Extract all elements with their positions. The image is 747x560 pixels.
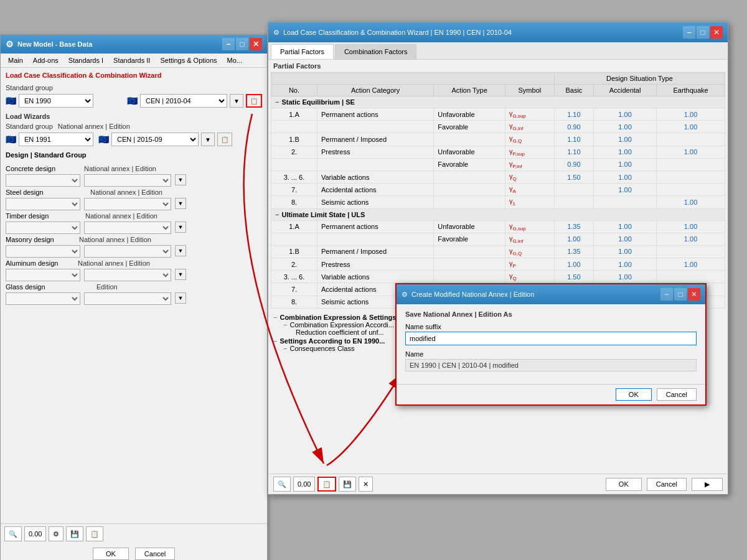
cell-no: 2. <box>271 258 317 271</box>
bottom-delete-btn[interactable]: ✕ <box>359 477 373 492</box>
timber-design-select[interactable] <box>6 222 80 234</box>
bg-save-btn[interactable]: 💾 <box>66 526 83 541</box>
masonry-label: Masonry design <box>6 236 68 243</box>
cell-no <box>271 121 317 133</box>
masonry-design-select[interactable] <box>6 245 80 258</box>
main-close-btn[interactable]: ✕ <box>710 26 723 39</box>
bg-maximize-btn[interactable]: □ <box>236 38 248 50</box>
bg-ok-btn[interactable]: OK <box>93 548 129 560</box>
copy-btn-2[interactable]: 📋 <box>217 133 232 146</box>
timber-national-select[interactable] <box>84 222 171 234</box>
design-rows-container: Concrete design National annex | Edition… <box>1 165 267 307</box>
th-no: No. <box>271 85 317 96</box>
design-section-row: Design | Standard Group <box>6 151 262 159</box>
main-arrow-btn[interactable]: ▶ <box>692 478 723 491</box>
cell-no: 3. ... 6. <box>271 170 317 183</box>
cell-type <box>434 196 505 208</box>
bg-gear-btn[interactable]: ⚙ <box>49 526 63 541</box>
standard-group-1-select[interactable]: EN 1990 <box>19 94 93 108</box>
national-annex-1-select[interactable]: CEN | 2010-04 <box>140 94 227 108</box>
bg-copy2-btn[interactable]: 📋 <box>86 526 103 541</box>
main-dialog-titlebar: ⚙ Load Case Classification & Combination… <box>268 22 728 42</box>
name-suffix-input[interactable] <box>405 332 697 345</box>
aluminum-filter-btn[interactable]: ▼ <box>175 269 186 280</box>
cell-type <box>434 258 505 271</box>
menu-standards2[interactable]: Standards II <box>108 55 155 66</box>
menu-standards1[interactable]: Standards I <box>63 55 108 66</box>
cell-accidental: 1.00 <box>594 121 657 133</box>
main-cancel-btn[interactable]: Cancel <box>647 478 687 491</box>
table-row: Favorable γG,inf 1.00 1.00 1.00 <box>271 233 725 245</box>
cell-accidental: 1.00 <box>594 233 657 245</box>
glass-design-select[interactable] <box>6 292 80 305</box>
standard-group-2-select[interactable]: EN 1991 <box>19 133 93 146</box>
cell-earthquake: 1.00 <box>657 220 725 233</box>
national-annex-2-select[interactable]: CEN | 2015-09 <box>111 133 199 146</box>
masonry-national-select[interactable] <box>84 245 171 258</box>
combo-row-2-text: Reduction coefficient of unf... <box>296 329 384 336</box>
main-dialog-title-left: ⚙ Load Case Classification & Combination… <box>273 29 512 37</box>
tabs-bar: Partial Factors Combination Factors <box>268 42 728 60</box>
tab-combination-factors[interactable]: Combination Factors <box>335 44 417 59</box>
create-cancel-btn[interactable]: Cancel <box>657 388 697 401</box>
table-row: 8. Seismic actions γ1 1.00 <box>271 196 725 208</box>
bg-close-btn[interactable]: ✕ <box>250 38 262 50</box>
filter-btn-1[interactable]: ▼ <box>230 94 243 108</box>
menu-settings[interactable]: Settings & Options <box>155 55 222 66</box>
bottom-save-btn[interactable]: 💾 <box>339 477 356 492</box>
cell-symbol: γA <box>505 184 554 196</box>
load-case-section-header: Load Case Classification & Combination W… <box>1 68 267 80</box>
masonry-filter-btn[interactable]: ▼ <box>175 245 186 256</box>
bg-info-btn[interactable]: 0.00 <box>24 526 46 541</box>
bottom-copy-btn[interactable]: 📋 <box>317 477 336 492</box>
filter-btn-2[interactable]: ▼ <box>201 133 215 146</box>
cell-symbol: γP,inf <box>505 158 554 170</box>
cell-category: Permanent / Imposed <box>317 133 433 146</box>
concrete-design-select[interactable] <box>6 174 80 187</box>
menu-main[interactable]: Main <box>3 55 28 66</box>
aluminum-design-select[interactable] <box>6 269 80 281</box>
table-row: 3. ... 6. Variable actions γQ 1.50 1.00 <box>271 170 725 183</box>
bg-ok-cancel: OK Cancel <box>1 543 267 560</box>
steel-national-select[interactable] <box>84 198 171 210</box>
create-close-btn[interactable]: ✕ <box>688 288 700 301</box>
bg-search-btn[interactable]: 🔍 <box>4 526 22 541</box>
cell-no <box>271 158 317 170</box>
menu-more[interactable]: Mo... <box>222 55 247 66</box>
main-maximize-btn[interactable]: □ <box>697 26 709 39</box>
cell-category <box>317 121 433 133</box>
bg-cancel-btn[interactable]: Cancel <box>135 548 175 560</box>
cell-basic: 1.10 <box>554 133 593 146</box>
concrete-filter-btn[interactable]: ▼ <box>175 174 186 185</box>
create-maximize-btn[interactable]: □ <box>674 288 687 301</box>
cell-type: Unfavorable <box>434 108 505 121</box>
timber-filter-btn[interactable]: ▼ <box>175 222 186 233</box>
create-minimize-btn[interactable]: − <box>660 288 673 301</box>
bottom-info-btn[interactable]: 0.00 <box>293 477 315 492</box>
main-minimize-btn[interactable]: − <box>683 26 695 39</box>
table-row: Favorable γP,inf 0.90 1.00 <box>271 158 725 170</box>
create-dialog: ⚙ Create Modified National Annex | Editi… <box>395 283 707 406</box>
cell-basic: 0.90 <box>554 158 593 170</box>
cell-basic: 1.35 <box>554 220 593 233</box>
concrete-national-select[interactable] <box>84 174 171 187</box>
th-symbol: Symbol <box>505 85 554 96</box>
create-ok-btn[interactable]: OK <box>616 388 652 401</box>
bg-minimize-btn[interactable]: − <box>222 38 235 50</box>
glass-filter-btn[interactable]: ▼ <box>175 292 186 304</box>
aluminum-national-select[interactable] <box>84 269 171 281</box>
cell-symbol: γP <box>505 258 554 271</box>
steel-filter-btn[interactable]: ▼ <box>175 198 186 209</box>
design-section-header: Design | Standard Group <box>6 151 87 159</box>
cell-accidental: 1.00 <box>594 245 657 258</box>
copy-btn-1[interactable]: 📋 <box>246 94 262 108</box>
bottom-search-btn[interactable]: 🔍 <box>273 477 291 492</box>
settings-title: Settings According to EN 1990... <box>280 337 385 345</box>
steel-design-select[interactable] <box>6 198 80 210</box>
cell-no: 1.B <box>271 245 317 258</box>
tab-partial-factors[interactable]: Partial Factors <box>271 44 334 59</box>
main-ok-btn[interactable]: OK <box>606 478 642 491</box>
glass-national-select[interactable] <box>84 292 171 305</box>
cell-basic: 1.35 <box>554 245 593 258</box>
menu-addons[interactable]: Add-ons <box>28 55 63 66</box>
